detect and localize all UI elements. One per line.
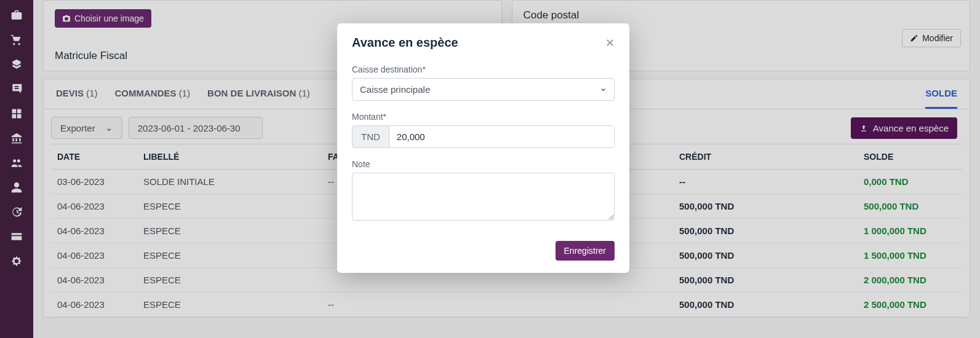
- user-icon: [10, 181, 23, 195]
- note-textarea[interactable]: [352, 173, 615, 221]
- sidebar-item-layout[interactable]: [0, 102, 33, 127]
- boxes-icon: [10, 58, 23, 73]
- avance-modal: Avance en espèce ✕ Caisse destination* C…: [337, 23, 629, 273]
- modal-title: Avance en espèce: [352, 36, 458, 50]
- montant-label: Montant*: [352, 112, 615, 122]
- bank-icon: [10, 132, 23, 146]
- sidebar-item-history[interactable]: [0, 200, 33, 225]
- briefcase-icon: [10, 9, 23, 23]
- modal-close-button[interactable]: ✕: [605, 36, 615, 50]
- sidebar-item-boxes[interactable]: [0, 53, 33, 77]
- users-icon: [10, 157, 23, 171]
- currency-addon: TND: [353, 126, 389, 147]
- sidebar: [0, 0, 33, 338]
- caisse-select[interactable]: Caisse principale: [352, 78, 615, 101]
- sidebar-item-user[interactable]: [0, 176, 33, 200]
- caisse-label: Caisse destination*: [352, 65, 615, 74]
- card-icon: [10, 230, 23, 245]
- sidebar-item-card[interactable]: [0, 225, 33, 250]
- sidebar-item-cart[interactable]: [0, 28, 33, 53]
- layout-icon: [10, 108, 23, 122]
- history-icon: [10, 206, 23, 220]
- sidebar-item-dolly[interactable]: [0, 77, 33, 102]
- cart-icon: [10, 34, 23, 48]
- close-icon: ✕: [605, 37, 615, 49]
- montant-input[interactable]: [389, 126, 614, 147]
- sidebar-item-users[interactable]: [0, 151, 33, 176]
- sidebar-item-briefcase[interactable]: [0, 4, 33, 28]
- dolly-icon: [10, 83, 23, 97]
- sidebar-item-settings[interactable]: [0, 250, 33, 274]
- note-label: Note: [352, 159, 615, 169]
- gear-icon: [10, 255, 23, 269]
- sidebar-item-bank[interactable]: [0, 127, 33, 151]
- save-button[interactable]: Enregistrer: [556, 241, 615, 261]
